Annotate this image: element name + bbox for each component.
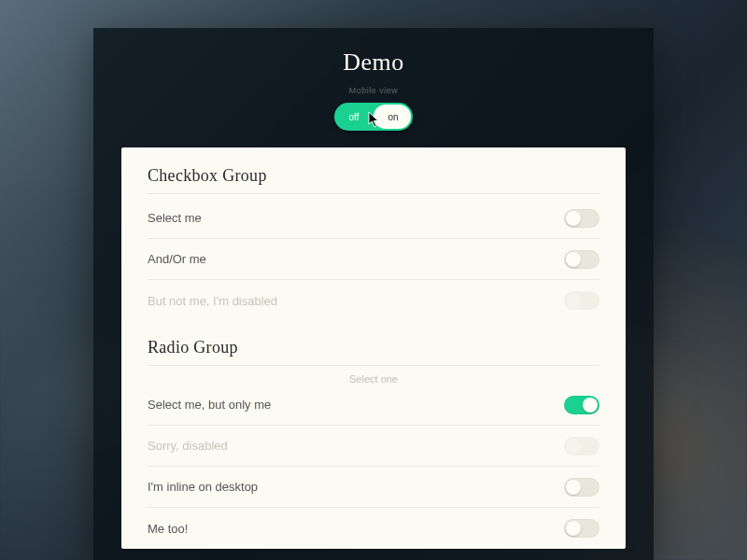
switch-knob xyxy=(566,252,581,267)
radio-group-title: Radio Group xyxy=(148,338,599,357)
mobile-view-toggle[interactable]: off on xyxy=(334,103,413,131)
toggle-on-label: on xyxy=(374,112,413,122)
checkbox-label: Select me xyxy=(148,211,202,225)
checkbox-row: And/Or me xyxy=(148,239,599,280)
switch-knob xyxy=(583,398,598,413)
toggle-off-label: off xyxy=(334,112,374,122)
switch-knob xyxy=(566,521,581,536)
radio-switch[interactable] xyxy=(564,519,599,538)
radio-group-caption: Select one xyxy=(148,365,599,385)
radio-switch xyxy=(564,437,599,455)
switch-knob xyxy=(566,480,581,495)
checkbox-row: Select me xyxy=(148,198,599,239)
radio-label: Sorry, disabled xyxy=(148,439,228,453)
switch-knob xyxy=(566,211,581,226)
checkbox-switch xyxy=(564,291,599,310)
mobile-view-label: Mobile view xyxy=(93,86,654,95)
radio-label: I'm inline on desktop xyxy=(148,480,258,494)
radio-row: Me too! xyxy=(148,508,599,549)
radio-switch[interactable] xyxy=(564,396,599,414)
checkbox-switch[interactable] xyxy=(564,209,599,228)
radio-row: I'm inline on desktop xyxy=(148,467,599,508)
divider xyxy=(148,193,599,194)
radio-row: Select me, but only me xyxy=(148,385,599,426)
radio-switch[interactable] xyxy=(564,478,599,497)
radio-row: Sorry, disabled xyxy=(148,426,599,467)
desktop-background: Demo Mobile view off on Checkbox Group S… xyxy=(0,0,747,560)
checkbox-label: And/Or me xyxy=(148,252,206,266)
radio-label: Select me, but only me xyxy=(148,398,271,412)
page-title: Demo xyxy=(93,28,654,77)
checkbox-switch[interactable] xyxy=(564,250,599,269)
checkbox-label: But not me, I'm disabled xyxy=(148,294,277,308)
form-card: Checkbox Group Select me And/Or me But n… xyxy=(121,147,626,549)
checkbox-group-title: Checkbox Group xyxy=(148,166,599,186)
checkbox-row: But not me, I'm disabled xyxy=(148,280,599,321)
demo-panel: Demo Mobile view off on Checkbox Group S… xyxy=(93,28,654,560)
switch-knob xyxy=(566,439,581,454)
radio-label: Me too! xyxy=(148,522,188,536)
switch-knob xyxy=(566,293,581,308)
